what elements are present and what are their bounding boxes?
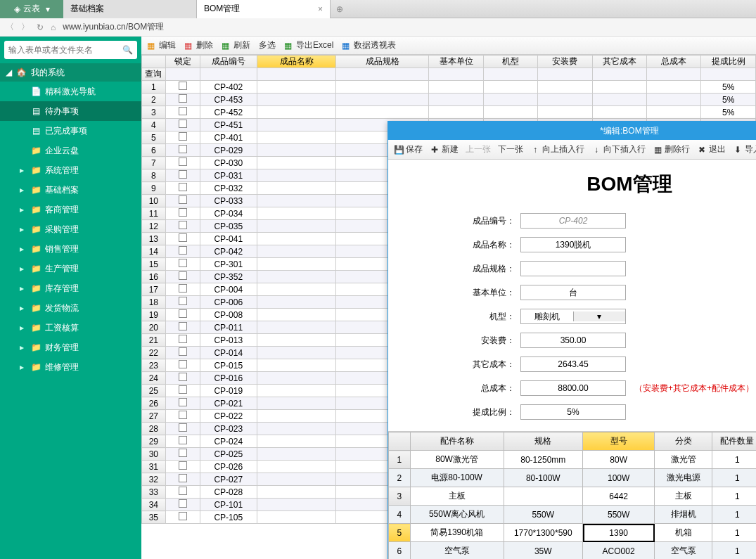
checkbox[interactable]: [179, 474, 187, 482]
checkbox[interactable]: [179, 499, 187, 508]
row-number[interactable]: 13: [142, 233, 166, 245]
sidebar-item[interactable]: ▸📁采购管理: [0, 219, 141, 239]
row-number[interactable]: 25: [142, 385, 166, 397]
toolbar-编辑[interactable]: ▦编辑: [147, 39, 176, 51]
checkbox[interactable]: [179, 423, 187, 432]
new-tab-button[interactable]: ⊕: [331, 4, 349, 14]
sidebar-item[interactable]: 📁企业云盘: [0, 141, 141, 160]
sidebar-item[interactable]: ▸📁库存管理: [0, 278, 141, 298]
checkbox[interactable]: [179, 208, 187, 217]
row-number[interactable]: 22: [142, 347, 166, 359]
row-number[interactable]: 5: [142, 131, 166, 144]
dialog-title[interactable]: *编辑:BOM管理 X: [388, 122, 756, 140]
tab[interactable]: BOM管理×: [197, 0, 331, 18]
toolbar-刷新[interactable]: ▦刷新: [222, 39, 250, 51]
row-number[interactable]: 35: [142, 511, 166, 524]
sidebar-item[interactable]: ▸📁基础档案: [0, 180, 141, 200]
dlg-下一张[interactable]: 下一张: [498, 143, 523, 155]
sidebar-item[interactable]: ▸📁客商管理: [0, 200, 141, 219]
sub-row-num[interactable]: 4: [389, 506, 411, 524]
form-input[interactable]: [520, 404, 626, 420]
row-number[interactable]: 28: [142, 423, 166, 435]
checkbox[interactable]: [179, 82, 187, 90]
back-button[interactable]: 〈: [6, 21, 14, 33]
row-number[interactable]: 7: [142, 157, 166, 169]
checkbox[interactable]: [179, 183, 187, 191]
sidebar-item[interactable]: ▸📁财务管理: [0, 338, 141, 357]
refresh-button[interactable]: ↻: [37, 23, 44, 32]
toolbar-导出Excel[interactable]: ▦导出Excel: [284, 39, 333, 51]
sub-row-num[interactable]: 1: [389, 451, 411, 469]
checkbox[interactable]: [179, 436, 187, 444]
row-number[interactable]: 9: [142, 182, 166, 195]
dlg-新建[interactable]: ✚新建: [430, 143, 459, 155]
sidebar-item[interactable]: ▤待办事项: [0, 101, 141, 121]
row-number[interactable]: 19: [142, 309, 166, 321]
search-input[interactable]: 🔍: [4, 41, 137, 59]
checkbox[interactable]: [179, 309, 187, 318]
sidebar-item[interactable]: ▤已完成事项: [0, 121, 141, 141]
row-number[interactable]: 10: [142, 195, 166, 207]
form-input[interactable]: [520, 285, 626, 300]
checkbox[interactable]: [179, 297, 187, 305]
checkbox[interactable]: [179, 322, 187, 330]
toolbar-数据透视表[interactable]: ▦数据透视表: [342, 39, 396, 51]
home-button[interactable]: ⌂: [51, 23, 56, 32]
sub-row-num[interactable]: 2: [389, 469, 411, 487]
row-number[interactable]: 2: [142, 94, 166, 106]
checkbox[interactable]: [179, 487, 187, 495]
row-number[interactable]: 33: [142, 486, 166, 499]
row-number[interactable]: 12: [142, 220, 166, 233]
checkbox[interactable]: [179, 246, 187, 255]
row-number[interactable]: 31: [142, 461, 166, 473]
checkbox[interactable]: [179, 411, 187, 419]
col-header[interactable]: 成品编号: [200, 56, 257, 68]
dlg-退出[interactable]: ✖退出: [697, 143, 726, 155]
row-number[interactable]: 30: [142, 448, 166, 461]
checkbox[interactable]: [179, 335, 187, 343]
col-header[interactable]: 其它成本: [592, 56, 646, 68]
row-number[interactable]: 20: [142, 321, 166, 334]
form-select[interactable]: 雕刻机▾: [520, 309, 626, 324]
row-number[interactable]: 24: [142, 372, 166, 385]
dlg-删除行[interactable]: ▦删除行: [653, 143, 690, 155]
row-number[interactable]: 26: [142, 397, 166, 410]
parts-grid[interactable]: 配件名称规格型号分类配件数量单位配件单价180W激光管80-1250mm80W激…: [388, 432, 756, 559]
col-header[interactable]: 成品名称: [257, 56, 335, 68]
checkbox[interactable]: [179, 512, 187, 520]
row-number[interactable]: 11: [142, 207, 166, 220]
row-number[interactable]: 32: [142, 473, 166, 486]
tree-header[interactable]: ◢🏠我的系统: [0, 63, 141, 82]
row-number[interactable]: 27: [142, 410, 166, 423]
row-number[interactable]: 4: [142, 119, 166, 131]
sub-col-header[interactable]: 分类: [655, 432, 712, 451]
col-header[interactable]: 安装费: [538, 56, 592, 68]
row-number[interactable]: 16: [142, 271, 166, 283]
sub-row-num[interactable]: 6: [389, 542, 411, 560]
toolbar-删除[interactable]: ▦删除: [184, 39, 213, 51]
checkbox[interactable]: [179, 461, 187, 470]
row-number[interactable]: 18: [142, 296, 166, 309]
dlg-保存[interactable]: 💾保存: [394, 143, 423, 155]
checkbox[interactable]: [179, 120, 187, 128]
sidebar-item[interactable]: ▸📁系统管理: [0, 160, 141, 180]
sidebar-item[interactable]: ▸📁销售管理: [0, 239, 141, 259]
checkbox[interactable]: [179, 94, 187, 103]
row-number[interactable]: 21: [142, 334, 166, 347]
form-input[interactable]: [520, 213, 626, 229]
checkbox[interactable]: [179, 132, 187, 141]
checkbox[interactable]: [179, 271, 187, 280]
checkbox[interactable]: [179, 170, 187, 179]
sidebar-item[interactable]: ▸📁工资核算: [0, 318, 141, 338]
col-header[interactable]: 成品规格: [336, 56, 429, 68]
col-header[interactable]: 锁定: [165, 56, 200, 68]
row-number[interactable]: 14: [142, 245, 166, 258]
row-number[interactable]: 29: [142, 435, 166, 448]
checkbox[interactable]: [179, 373, 187, 381]
form-input[interactable]: [520, 261, 626, 276]
close-icon[interactable]: ×: [318, 4, 323, 14]
row-number[interactable]: 8: [142, 169, 166, 182]
row-number[interactable]: 3: [142, 106, 166, 119]
checkbox[interactable]: [179, 145, 187, 153]
checkbox[interactable]: [179, 449, 187, 457]
